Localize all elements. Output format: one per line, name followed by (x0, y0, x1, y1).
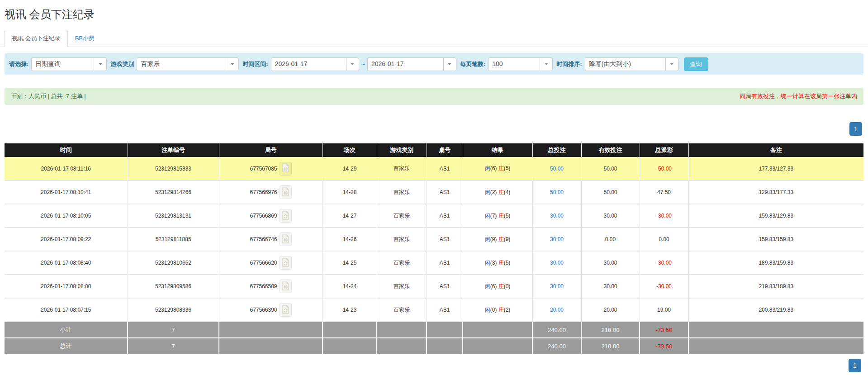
valid-bet: 30.00 (581, 204, 640, 228)
summary-row: 总计7240.00210.00-73.50 (5, 338, 863, 354)
time-sort-caret-button[interactable] (665, 57, 678, 71)
summary-row: 小计7240.00210.00-73.50 (5, 322, 863, 338)
time-sort-select[interactable]: 降幂(由大到小) (585, 57, 678, 71)
valid-bet: 50.00 (581, 157, 640, 180)
video-replay-button[interactable] (280, 162, 292, 176)
video-replay-button[interactable] (280, 280, 292, 293)
video-replay-button[interactable] (280, 233, 292, 246)
remark: 177.33/127.33 (688, 157, 863, 180)
payout: -30.00 (640, 204, 688, 228)
result-cell: 闲(7) 庄(5) (463, 204, 532, 228)
summary-empty-cell (463, 322, 532, 338)
table-row: 2026-01-17 08:09:22523129811885677566746… (5, 228, 863, 251)
summary-empty-cell (427, 338, 463, 354)
total-bet-link[interactable]: 30.00 (550, 260, 564, 266)
video-file-icon (282, 211, 289, 221)
page-size-caret-button[interactable] (540, 57, 553, 71)
bet-time: 2026-01-17 08:09:22 (5, 228, 128, 251)
date-to-value[interactable]: 2026-01-17 (367, 57, 443, 71)
bet-id: 523129808336 (128, 298, 219, 322)
query-type-value[interactable]: 日期查询 (31, 57, 94, 71)
table-row: 2026-01-17 08:07:15523129808336677566390… (5, 298, 863, 322)
column-header: 桌号 (427, 143, 463, 157)
video-replay-button[interactable] (280, 209, 292, 223)
date-from-caret-button[interactable] (346, 57, 359, 71)
game-type: 百家乐 (377, 275, 427, 298)
total-bet-link[interactable]: 50.00 (550, 189, 564, 195)
remark: 129.83/177.33 (688, 180, 863, 204)
summary-valid-bet: 210.00 (581, 322, 640, 338)
column-header: 注单编号 (128, 143, 219, 157)
page-1-button[interactable]: 1 (849, 122, 862, 136)
total-bet-cell: 30.00 (532, 275, 581, 298)
total-bet-cell: 50.00 (532, 157, 581, 180)
betting-records-table: 时间注单编号局号场次游戏类别桌号结果总投注有效投注总派彩备注 2026-01-1… (5, 143, 863, 355)
round-wrap: 677566509 (219, 280, 323, 293)
payout: 47.50 (640, 180, 688, 204)
table-number: AS1 (427, 204, 463, 228)
time-sort-label: 时间排序: (556, 60, 582, 68)
table-body: 2026-01-17 08:11:16523129815333677567085… (5, 157, 863, 354)
search-button[interactable]: 查询 (684, 57, 708, 71)
summary-empty-cell (323, 338, 377, 354)
valid-bet-notice-text: 同局有效投注，统一计算在该局第一张注单内 (740, 92, 857, 100)
total-bet-link[interactable]: 20.00 (550, 307, 564, 313)
column-header: 局号 (219, 143, 323, 157)
date-from-value[interactable]: 2026-01-17 (271, 57, 346, 71)
summary-empty-cell (688, 322, 863, 338)
table-number: AS1 (427, 157, 463, 180)
total-bet-link[interactable]: 30.00 (550, 283, 564, 290)
total-bet-link[interactable]: 30.00 (550, 213, 564, 219)
round-cell: 677566869 (219, 204, 323, 228)
table-row: 2026-01-17 08:11:16523129815333677567085… (5, 157, 863, 180)
table-number: AS1 (427, 251, 463, 275)
select-type-label: 请选择: (9, 60, 28, 68)
round-cell: 677566390 (219, 298, 323, 322)
player-result: 闲 (485, 283, 490, 290)
total-bet-link[interactable]: 30.00 (550, 236, 564, 242)
query-type-select[interactable]: 日期查询 (31, 57, 107, 71)
player-score: (6) (490, 283, 498, 290)
tab-betting-records[interactable]: 视讯 会员下注纪录 (5, 30, 68, 47)
chevron-down-icon (545, 63, 548, 65)
total-bet-cell: 50.00 (532, 180, 581, 204)
filter-bar: 请选择: 日期查询 游戏类别 百家乐 时间区间: 2026-01-17 ~ 20… (5, 53, 863, 75)
session: 14-26 (323, 228, 377, 251)
total-bet-cell: 20.00 (532, 298, 581, 322)
video-file-icon (282, 305, 289, 315)
date-to-caret-button[interactable] (443, 57, 456, 71)
date-from-select[interactable]: 2026-01-17 (271, 57, 359, 71)
date-to-select[interactable]: 2026-01-17 (367, 57, 456, 71)
date-range-label: 时间区间: (242, 60, 268, 68)
tab-bb-tips[interactable]: BB小费 (68, 30, 102, 47)
video-replay-button[interactable] (280, 185, 292, 199)
time-sort-value[interactable]: 降幂(由大到小) (585, 57, 665, 71)
banker-result: 庄 (498, 165, 504, 171)
game-type: 百家乐 (377, 298, 427, 322)
pagination-bottom: 1 (849, 359, 861, 372)
game-type-select[interactable]: 百家乐 (137, 57, 239, 71)
total-bet-link[interactable]: 50.00 (550, 166, 564, 172)
banker-score: (5) (504, 260, 511, 266)
session: 14-29 (323, 157, 377, 180)
result-cell: 闲(6) 庄(0) (463, 275, 532, 298)
game-type-caret-button[interactable] (226, 57, 239, 71)
column-header: 时间 (5, 143, 128, 157)
round-cell: 677566976 (219, 180, 323, 204)
page-size-select[interactable]: 100 (488, 57, 553, 71)
banker-score: (4) (504, 189, 511, 195)
round-wrap: 677566869 (219, 209, 323, 223)
game-type-value[interactable]: 百家乐 (137, 57, 226, 71)
bet-time: 2026-01-17 08:10:05 (5, 204, 128, 228)
query-type-caret-button[interactable] (94, 57, 107, 71)
round-cell: 677566509 (219, 275, 323, 298)
player-result: 闲 (485, 260, 490, 266)
payout: -50.00 (640, 157, 688, 180)
video-replay-button[interactable] (280, 303, 292, 317)
summary-label: 总计 (5, 338, 128, 354)
page-1-button[interactable]: 1 (849, 359, 861, 372)
player-result: 闲 (485, 307, 490, 313)
column-header: 总派彩 (640, 143, 688, 157)
page-size-value[interactable]: 100 (488, 57, 540, 71)
video-replay-button[interactable] (280, 256, 292, 270)
